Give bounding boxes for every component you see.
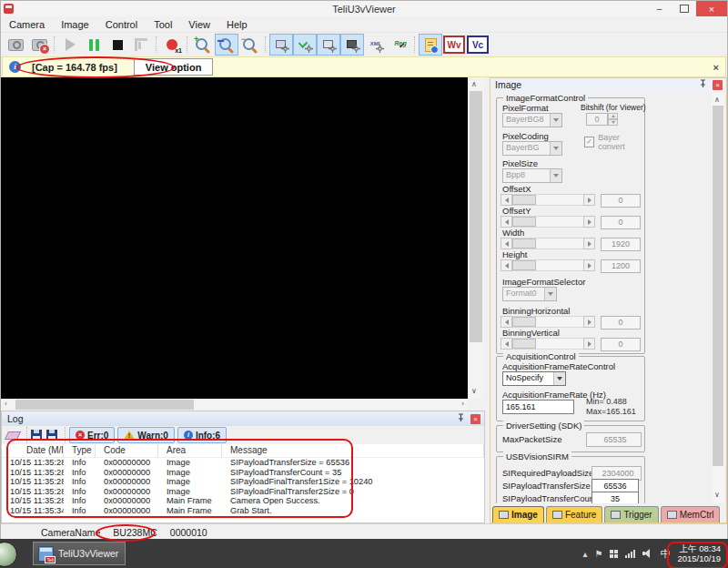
hidden-icons-chevron[interactable]: ▴ bbox=[582, 549, 587, 559]
action-center-flag-icon[interactable]: ⚑ bbox=[594, 549, 602, 559]
scroll-up-arrow[interactable]: ∧ bbox=[714, 95, 720, 106]
log-row[interactable]: 10/15 11:35:34Info0x00000000Main FrameGr… bbox=[2, 506, 484, 516]
framerate-input[interactable]: 165.161 bbox=[502, 400, 574, 414]
binning-vertical-slider[interactable] bbox=[500, 338, 595, 350]
pixelcoding-dropdown[interactable]: BayerBG bbox=[502, 141, 562, 156]
log-close-button[interactable]: × bbox=[470, 414, 480, 424]
clear-log-button[interactable] bbox=[6, 431, 19, 440]
record-button[interactable]: x1 bbox=[160, 34, 184, 56]
vc-button[interactable]: Vc bbox=[466, 34, 490, 56]
camera-image-display[interactable] bbox=[1, 77, 468, 399]
ime-indicator[interactable]: 中 bbox=[660, 547, 670, 561]
log-window-button[interactable] bbox=[419, 34, 442, 56]
column-area[interactable]: Area bbox=[158, 444, 222, 457]
error-filter-button[interactable]: × Err:0 bbox=[69, 427, 115, 443]
tab-image[interactable]: Image bbox=[492, 506, 544, 522]
menu-control[interactable]: Control bbox=[97, 19, 146, 30]
binning-horizontal-slider[interactable] bbox=[500, 316, 595, 328]
bayer-convert-checkbox[interactable]: ✓ Bayer convert bbox=[584, 133, 644, 151]
error-icon: × bbox=[76, 431, 85, 440]
start-button-icon[interactable] bbox=[0, 542, 17, 567]
trigger-setting-button[interactable] bbox=[293, 34, 317, 56]
horizontal-scrollbar[interactable]: ‹ › bbox=[1, 399, 468, 411]
grab-start-button[interactable] bbox=[58, 34, 82, 56]
panel-close-button[interactable]: × bbox=[713, 80, 723, 90]
width-slider[interactable] bbox=[500, 238, 595, 249]
wv-button[interactable]: Wv bbox=[442, 34, 466, 56]
slider-thumb[interactable] bbox=[512, 238, 536, 248]
image-settings-panel: Image × ImageFormatControl PixelFormat B… bbox=[490, 77, 727, 523]
menu-view[interactable]: View bbox=[180, 19, 218, 30]
zoom-fit-button[interactable]: ▬ bbox=[215, 34, 238, 56]
zoom-out-button[interactable]: − bbox=[238, 34, 262, 56]
infobar-close-icon[interactable]: × bbox=[713, 62, 719, 73]
tab-trigger[interactable]: Trigger bbox=[604, 506, 658, 522]
scroll-down-arrow[interactable]: ∨ bbox=[471, 386, 477, 397]
taskbar-app-label: TeliU3vViewer bbox=[58, 548, 118, 559]
framerate-control-dropdown[interactable]: NoSpecify bbox=[502, 371, 566, 386]
vertical-scroll-thumb[interactable] bbox=[470, 91, 482, 342]
bitshift-spinner[interactable]: 0 bbox=[586, 113, 618, 126]
scroll-right-arrow[interactable]: › bbox=[461, 399, 464, 410]
close-camera-button[interactable]: × bbox=[27, 34, 51, 56]
slider-thumb[interactable] bbox=[512, 317, 536, 327]
log-row[interactable]: 10/15 11:35:28Info0x00000000ImageSIPaylo… bbox=[2, 468, 484, 478]
column-date[interactable]: Date (M/D H:M:S) bbox=[2, 444, 64, 457]
slider-thumb[interactable] bbox=[512, 217, 536, 227]
offsety-slider[interactable] bbox=[500, 216, 595, 228]
speaker-icon[interactable] bbox=[642, 549, 652, 558]
scroll-up-arrow[interactable]: ∧ bbox=[471, 79, 477, 90]
spin-up-icon[interactable] bbox=[612, 115, 615, 117]
log-row[interactable]: 10/15 11:35:28Info0x00000000ImageSIPaylo… bbox=[2, 458, 484, 468]
slider-thumb[interactable] bbox=[512, 260, 536, 270]
grab-pause-button[interactable] bbox=[82, 34, 106, 56]
memory-setting-button[interactable] bbox=[317, 34, 340, 56]
tool-setting-button[interactable] bbox=[340, 34, 364, 56]
tab-memctrl[interactable]: MemCtrl bbox=[661, 506, 721, 522]
view-option-button[interactable]: View option bbox=[134, 58, 214, 76]
slider-thumb[interactable] bbox=[512, 195, 536, 205]
horizontal-scroll-thumb[interactable] bbox=[15, 400, 194, 410]
image-setting-button[interactable] bbox=[269, 34, 293, 56]
grab-stop-button[interactable] bbox=[106, 34, 129, 56]
save-log-button[interactable] bbox=[31, 430, 42, 441]
network-signal-icon[interactable] bbox=[625, 549, 635, 558]
format-selector-dropdown[interactable]: Format0 bbox=[502, 287, 557, 301]
menu-tool[interactable]: Tool bbox=[146, 19, 180, 30]
log-row[interactable]: 10/15 11:35:28Info0x00000000ImageSIPaylo… bbox=[2, 487, 484, 497]
tab-feature[interactable]: Feature bbox=[546, 506, 602, 522]
menu-camera[interactable]: Camera bbox=[1, 19, 53, 30]
info-filter-button[interactable]: i Info:6 bbox=[177, 427, 227, 443]
zoom-in-button[interactable]: + bbox=[191, 34, 215, 56]
log-row[interactable]: 10/15 11:35:28Info0x00000000ImageSIPaylo… bbox=[2, 477, 484, 487]
slider-thumb[interactable] bbox=[512, 339, 536, 349]
log-row[interactable]: 10/15 11:35:28Info0x00000000Main FrameCa… bbox=[2, 496, 484, 506]
column-code[interactable]: Code bbox=[96, 444, 158, 457]
save-all-log-button[interactable] bbox=[46, 430, 57, 441]
panel-scrollbar[interactable]: ∧ ∨ bbox=[712, 93, 724, 502]
transfer-count-input[interactable]: 35 bbox=[592, 492, 639, 503]
vertical-scrollbar[interactable]: ∧ ∨ bbox=[468, 77, 484, 399]
menu-image[interactable]: Image bbox=[53, 19, 97, 30]
warning-filter-button[interactable]: ! Warn:0 bbox=[117, 427, 175, 443]
height-slider[interactable] bbox=[500, 259, 595, 271]
scroll-down-arrow[interactable]: ∨ bbox=[714, 490, 720, 501]
spin-down-icon[interactable] bbox=[612, 121, 615, 124]
tray-clock[interactable]: 上午 08:34 2015/10/19 bbox=[677, 543, 721, 563]
register-check-button[interactable]: Reg✓ bbox=[388, 34, 411, 56]
one-shot-grab-button[interactable] bbox=[129, 34, 153, 56]
column-type[interactable]: Type bbox=[64, 444, 96, 457]
pixelsize-dropdown[interactable]: Bpp8 bbox=[502, 168, 562, 183]
pin-icon[interactable] bbox=[699, 79, 707, 90]
scroll-left-arrow[interactable]: ‹ bbox=[5, 399, 7, 410]
open-camera-button[interactable] bbox=[4, 34, 27, 56]
menu-help[interactable]: Help bbox=[218, 19, 256, 30]
windows-grid-icon[interactable] bbox=[610, 550, 618, 558]
pin-icon[interactable] bbox=[457, 413, 465, 424]
column-message[interactable]: Message bbox=[222, 444, 484, 457]
xml-setting-button[interactable]: XML bbox=[364, 34, 388, 56]
pixelformat-dropdown[interactable]: BayerBG8 bbox=[502, 113, 562, 127]
offsetx-slider[interactable] bbox=[500, 194, 595, 206]
taskbar-app-button[interactable]: TeliU3vViewer bbox=[33, 542, 126, 565]
panel-scroll-thumb[interactable] bbox=[713, 106, 723, 466]
